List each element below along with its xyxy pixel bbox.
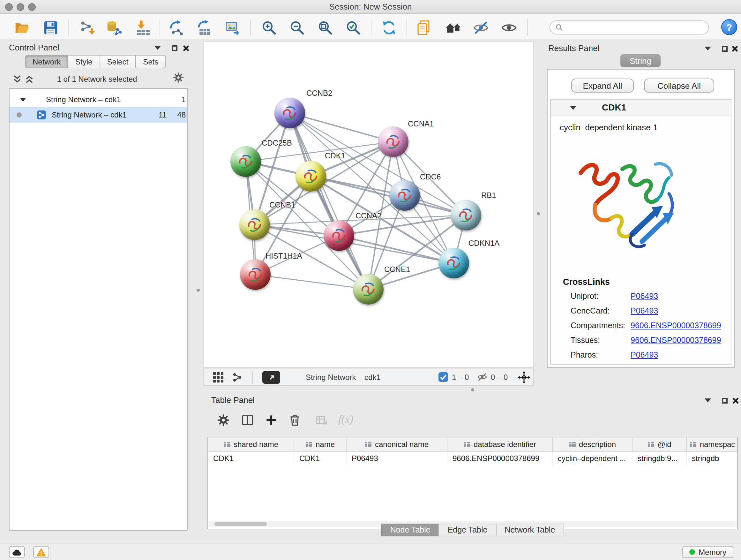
delete-column-icon[interactable] [286,412,303,428]
window-title: Session: New Session [0,2,741,11]
network-node-RB1[interactable] [451,200,481,231]
expand-all-button[interactable]: Expand All [571,78,634,92]
float-panel-icon[interactable] [720,44,729,53]
tab-style[interactable]: Style [68,55,100,68]
network-edge[interactable] [311,176,466,215]
warning-icon[interactable] [33,546,49,558]
network-edge[interactable] [255,274,368,289]
zoom-selected-icon[interactable] [343,17,363,38]
table-row[interactable]: CDK1CDK1P064939606.ENSP00000378699cyclin… [208,452,737,465]
horizontal-splitter-handle[interactable] [471,388,474,391]
gear-icon[interactable] [172,71,185,84]
tab-edge-table[interactable]: Edge Table [439,523,496,537]
crosslink-value-link[interactable]: P06493 [630,307,658,315]
close-panel-icon[interactable] [181,44,190,52]
tab-network[interactable]: Network [25,55,68,68]
table-cell[interactable]: cyclin–dependent ... [553,452,632,465]
control-panel: Control Panel NetworkStyleSelectSets 1 o… [3,42,192,541]
network-node-CDC25B[interactable] [230,146,261,177]
column-header-label: database identifier [474,440,536,449]
network-node-CCNB1[interactable] [239,209,270,240]
gear-icon[interactable] [215,412,232,428]
help-button[interactable]: ? [721,19,737,35]
open-session-icon[interactable] [11,17,32,38]
search-input[interactable] [566,23,703,32]
network-node-CCNB2[interactable] [274,98,305,128]
hidden-eye-icon[interactable] [477,372,488,382]
node-label-CCNB1: CCNB1 [269,200,295,209]
collapse-panel-icon[interactable] [153,44,162,52]
collapse-panel-icon[interactable] [703,396,712,405]
crosslink-value-link[interactable]: P06493 [630,292,658,301]
column-header-shared-name[interactable]: shared name [208,437,294,451]
column-header-canonical-name[interactable]: canonical name [347,437,448,451]
network-node-HIST1H1A[interactable] [240,259,271,290]
network-collection-row[interactable]: String Network – cdk1 1 [10,92,187,107]
close-panel-icon[interactable] [730,44,739,53]
column-header-description[interactable]: description [553,437,632,451]
save-session-icon[interactable] [40,17,61,38]
export-network-icon[interactable] [262,371,280,384]
new-network-from-selection-icon[interactable] [166,17,186,38]
network-edge[interactable] [290,113,368,289]
birdseye-grid-icon[interactable] [212,372,224,383]
crosslink-value-link[interactable]: 9606.ENSP00000378699 [630,321,721,330]
copy-icon[interactable] [413,17,433,38]
gene-section-header[interactable]: CDK1 [551,100,731,116]
clone-network-icon[interactable] [194,17,214,38]
network-node-CDKN1A[interactable] [439,248,469,278]
collapse-section-icon[interactable] [570,106,576,110]
column-header-name[interactable]: name [294,437,347,451]
columns-icon[interactable] [239,412,256,428]
vertical-splitter-handle[interactable] [197,289,200,292]
network-node-CDC6[interactable] [389,180,420,211]
export-image-icon[interactable] [222,17,243,38]
zoom-in-icon[interactable] [259,17,279,38]
column-header-@id[interactable]: @id [632,437,687,451]
hide-annotations-icon[interactable] [470,17,491,38]
network-node-CCNA2[interactable] [324,220,354,251]
apply-layout-icon[interactable] [379,17,399,38]
memory-button[interactable]: Memory [682,546,733,558]
network-row[interactable]: String Network – cdk1 11 48 [10,107,187,123]
crosslink-value-link[interactable]: P06493 [630,351,658,360]
cloud-icon[interactable] [9,546,25,558]
pan-crosshair-icon[interactable] [518,371,530,384]
add-column-icon[interactable] [263,412,280,428]
network-node-CCNA1[interactable] [378,126,408,157]
gene-description: cyclin–dependent kinase 1 [560,123,657,132]
tab-network-table[interactable]: Network Table [495,523,564,537]
import-network-from-database-icon[interactable] [104,17,124,38]
show-hide-icon[interactable] [498,17,519,38]
zoom-fit-icon[interactable] [315,17,335,38]
vertical-splitter-handle[interactable] [537,212,540,215]
tab-select[interactable]: Select [99,55,136,68]
table-cell[interactable]: CDK1 [208,452,294,465]
network-node-CDK1[interactable] [295,161,326,192]
collapse-all-button[interactable]: Collapse All [644,78,714,92]
network-node-CCNE1[interactable] [353,274,384,305]
home-icon[interactable] [442,17,463,38]
table-cell[interactable]: P06493 [347,452,448,465]
import-network-from-file-icon[interactable] [77,17,97,38]
tab-node-table[interactable]: Node Table [381,523,440,537]
network-view-canvas[interactable]: CCNB2CCNA1CDC25BCDK1CDC6RB1CCNB1CCNA2CDK… [203,42,534,368]
float-panel-icon[interactable] [720,396,729,405]
column-header-namespac[interactable]: namespac [687,437,738,451]
crosslink-value-link[interactable]: 9606.ENSP00000378699 [630,336,721,345]
network-share-icon[interactable] [232,372,243,383]
close-panel-icon[interactable] [731,396,740,405]
table-cell[interactable]: 9606.ENSP00000378699 [448,452,553,465]
tree-expand-icon[interactable] [20,98,26,102]
collapse-panel-icon[interactable] [703,44,712,53]
zoom-out-icon[interactable] [286,17,307,38]
table-cell[interactable]: stringdb [687,452,738,465]
table-cell[interactable]: CDK1 [294,452,347,465]
column-header-database-identifier[interactable]: database identifier [448,437,553,451]
import-table-from-file-icon[interactable] [133,17,153,38]
selection-checkbox-icon[interactable] [439,372,448,382]
float-panel-icon[interactable] [170,44,179,52]
table-cell[interactable]: stringdb:9... [632,452,687,465]
tab-string[interactable]: String [620,54,661,67]
tab-sets[interactable]: Sets [135,55,166,68]
